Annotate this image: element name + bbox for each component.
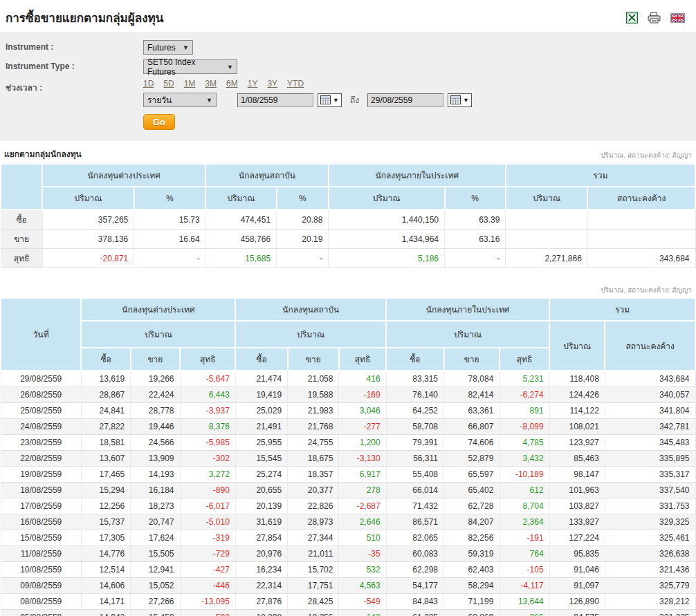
cell: 61,235 [386, 610, 443, 616]
cell: 19,419 [235, 387, 287, 403]
summary-row-label: ขาย [1, 230, 42, 249]
cell: 278 [339, 483, 386, 498]
cell: 20,747 [131, 514, 180, 530]
period-link[interactable]: 3Y [267, 79, 277, 88]
cell: 24,566 [131, 435, 180, 451]
cell: 416 [339, 371, 386, 387]
cell: 18,357 [288, 467, 339, 483]
go-button[interactable]: Go [143, 114, 175, 130]
date-to-calendar-button[interactable]: ▼ [448, 93, 472, 107]
daily-row: 18/08/2559 15,29416,184-89020,65520,3772… [1, 483, 695, 498]
daily-subheader-sell: ขาย [288, 348, 339, 371]
cell: 20,655 [235, 483, 287, 498]
cell: 6,917 [339, 467, 386, 483]
cell: 15,294 [81, 483, 130, 498]
cell: 101,963 [549, 483, 605, 498]
cell: 17,624 [131, 530, 180, 546]
period-link[interactable]: 1M [184, 79, 196, 88]
cell: 366 [500, 610, 549, 616]
cell: -5,010 [180, 514, 235, 530]
cell: 15.73 [134, 209, 205, 230]
cell: 20.88 [277, 209, 329, 230]
period-link[interactable]: 1Y [248, 79, 258, 88]
daily-subheader-open-interest: สถานะคงค้าง [605, 321, 695, 371]
cell: 83,315 [386, 371, 443, 387]
cell: 142 [339, 610, 386, 616]
english-language-flag-icon[interactable] [670, 13, 685, 23]
period-link[interactable]: 3M [205, 79, 217, 88]
excel-export-icon[interactable] [626, 12, 638, 24]
summary-corner-header [1, 164, 42, 209]
instrument-type-label: Instrument Type : [6, 59, 143, 71]
cell: 14,606 [81, 578, 130, 594]
cell: 71,199 [444, 594, 500, 610]
date-cell: 25/08/2559 [1, 403, 81, 419]
cell: 63.16 [445, 230, 506, 249]
period-link[interactable]: 1D [143, 79, 154, 88]
cell: -319 [180, 530, 235, 546]
cell: 15,737 [81, 514, 130, 530]
summary-subheader-percent: % [277, 187, 329, 209]
summary-subheader-percent: % [134, 187, 205, 209]
cell: 1,434,964 [329, 230, 445, 249]
instrument-type-select-value: SET50 Index Futures [147, 57, 221, 77]
cell: -20,871 [42, 249, 134, 268]
date-cell: 05/08/2559 [1, 610, 81, 616]
instrument-type-select[interactable]: SET50 Index Futures ▼ [143, 59, 237, 74]
cell: 329,325 [605, 514, 695, 530]
cell: -5,985 [180, 435, 235, 451]
cell: -13,095 [180, 594, 235, 610]
cell: 103,827 [549, 498, 605, 514]
cell: 14,942 [81, 610, 130, 616]
cell: 19,588 [288, 387, 339, 403]
date-range-controls: รายวัน ▼ ▼ ถึง ▼ [143, 93, 472, 107]
daily-row: 05/08/2559 14,94215,450-50818,39818,2561… [1, 610, 695, 616]
date-to-input[interactable] [367, 93, 443, 107]
summary-group-local: นักลงทุนภายในประเทศ [329, 164, 506, 187]
summary-group-foreign: นักลงทุนต่างประเทศ [42, 164, 205, 187]
cell: -4,117 [500, 578, 549, 594]
cell: 341,804 [605, 403, 695, 419]
cell: 18,675 [288, 451, 339, 467]
cell: -35 [339, 546, 386, 562]
daily-subheader-net: สุทธิ [500, 348, 549, 371]
cell: 21,011 [288, 546, 339, 562]
print-icon[interactable] [648, 12, 661, 24]
frequency-select[interactable]: รายวัน ▼ [143, 93, 217, 107]
daily-group-total: รวม [549, 298, 695, 321]
daily-row: 09/08/2559 14,60615,052-44622,31417,7514… [1, 578, 695, 594]
cell: -6,017 [180, 498, 235, 514]
date-from-calendar-button[interactable]: ▼ [318, 93, 342, 107]
cell: 19,266 [131, 371, 180, 387]
cell: 52,879 [444, 451, 500, 467]
summary-row-label: สุทธิ [1, 249, 42, 268]
daily-date-header: วันที่ [1, 298, 81, 371]
cell: 8,704 [500, 498, 549, 514]
cell: -169 [339, 387, 386, 403]
cell: 2,646 [339, 514, 386, 530]
summary-subheader-percent: % [445, 187, 506, 209]
cell: 14,193 [131, 467, 180, 483]
chevron-down-icon: ▼ [206, 97, 212, 104]
cell: 56,311 [386, 451, 443, 467]
cell: -302 [180, 451, 235, 467]
cell: 15,052 [131, 578, 180, 594]
period-link[interactable]: YTD [287, 79, 304, 88]
period-link[interactable]: 5D [163, 79, 174, 88]
date-cell: 08/08/2559 [1, 594, 81, 610]
cell: 28,867 [81, 387, 130, 403]
cell: -890 [180, 483, 235, 498]
cell: 78,084 [444, 371, 500, 387]
cell: -549 [339, 594, 386, 610]
cell: 95,835 [549, 546, 605, 562]
cell: 82,414 [444, 387, 500, 403]
period-link[interactable]: 6M [226, 79, 238, 88]
date-cell: 09/08/2559 [1, 578, 81, 594]
instrument-select[interactable]: Futures ▼ [143, 40, 193, 55]
cell: -3,937 [180, 403, 235, 419]
date-from-input[interactable] [237, 93, 313, 107]
cell: 343,684 [605, 371, 695, 387]
cell: 18,398 [235, 610, 287, 616]
daily-unit-line: ปริมาณ, สถานะคงค้าง: สัญญา [0, 268, 696, 297]
cell: 24,841 [81, 403, 130, 419]
